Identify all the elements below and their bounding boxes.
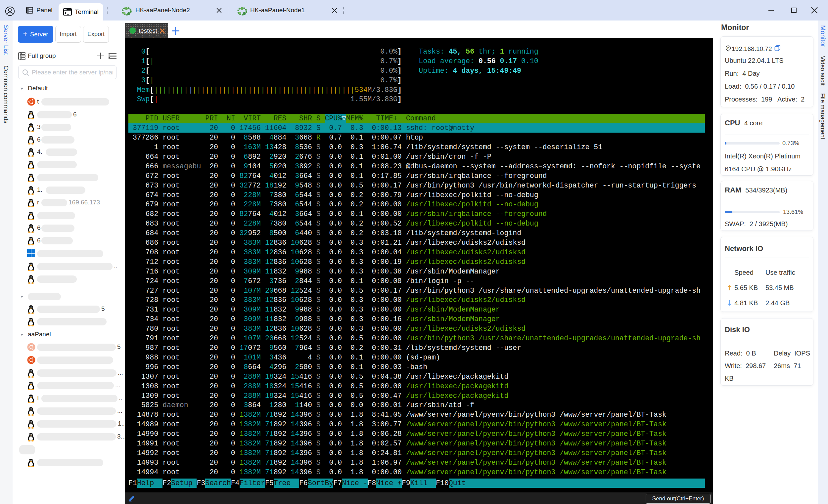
svg-text:IP: IP	[727, 47, 729, 50]
